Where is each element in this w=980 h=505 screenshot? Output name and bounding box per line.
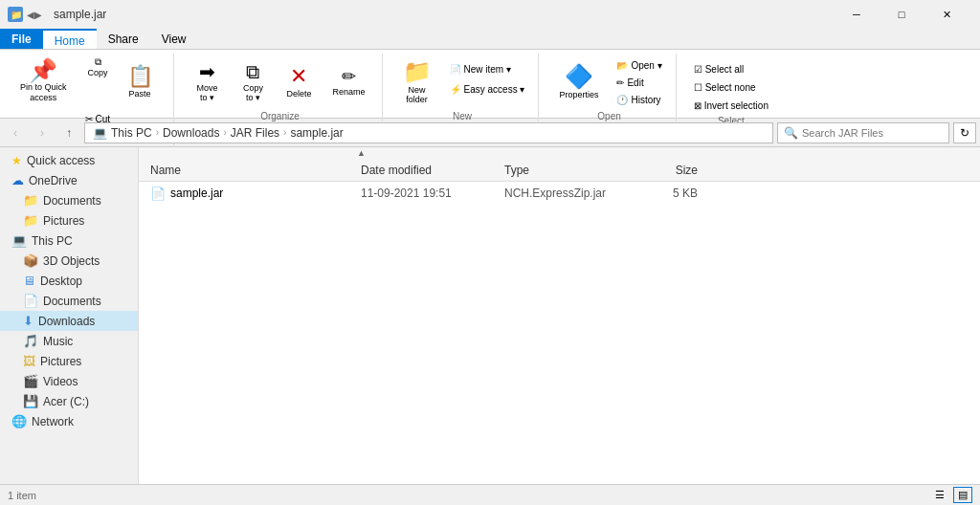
path-segment-jarfiles[interactable]: JAR Files bbox=[231, 126, 279, 140]
history-button[interactable]: 🕐 History bbox=[611, 92, 667, 108]
pin-icon: 📌 bbox=[29, 59, 57, 82]
path-segment-samplejar[interactable]: sample.jar bbox=[290, 126, 343, 140]
tab-home[interactable]: Home bbox=[43, 29, 97, 49]
status-bar: 1 item ☰ ▤ bbox=[0, 484, 980, 505]
forward-button[interactable]: › bbox=[31, 121, 54, 144]
select-none-icon: ☐ bbox=[694, 82, 702, 93]
rename-button[interactable]: ✏ Rename bbox=[323, 54, 373, 109]
ribbon-group-organize: ➡ Moveto ▾ ⧉ Copyto ▾ ✕ Delete ✏ Rename … bbox=[178, 54, 382, 121]
file-list-header: Name Date modified Type Size bbox=[139, 159, 980, 182]
maximize-button[interactable]: □ bbox=[880, 5, 924, 24]
sidebar-item-documents-pc[interactable]: 📄 Documents bbox=[0, 291, 138, 311]
onedrive-label: OneDrive bbox=[29, 174, 78, 187]
ribbon-group-open: 🔷 Properties 📂 Open ▾ ✏ Edit 🕐 History O… bbox=[543, 54, 676, 121]
organize-buttons: ➡ Moveto ▾ ⧉ Copyto ▾ ✕ Delete ✏ Rename bbox=[186, 54, 373, 109]
new-buttons: 📁 Newfolder 📄 New item ▾ ⚡ Easy access ▾ bbox=[394, 54, 531, 109]
paste-label: Paste bbox=[129, 89, 151, 99]
sidebar-item-videos[interactable]: 🎬 Videos bbox=[0, 371, 138, 391]
sidebar-item-network[interactable]: 🌐 Network bbox=[0, 411, 138, 431]
edit-icon: ✏ bbox=[616, 77, 624, 88]
col-header-size[interactable]: Size bbox=[625, 164, 702, 177]
sidebar-item-onedrive[interactable]: ☁ OneDrive bbox=[0, 170, 138, 190]
paste-icon: 📋 bbox=[127, 64, 153, 89]
open-label: Open bbox=[597, 111, 620, 121]
open-small-group: 📂 Open ▾ ✏ Edit 🕐 History bbox=[611, 54, 667, 108]
tab-share[interactable]: Share bbox=[97, 29, 150, 49]
col-header-name[interactable]: Name bbox=[146, 164, 357, 177]
paste-button[interactable]: 📋 Paste bbox=[119, 54, 162, 109]
path-segment-thispc[interactable]: This PC bbox=[111, 126, 152, 140]
drive-icon: 💾 bbox=[23, 394, 38, 408]
new-folder-button[interactable]: 📁 Newfolder bbox=[394, 54, 440, 109]
move-to-label: Moveto ▾ bbox=[196, 83, 217, 102]
pin-button[interactable]: 📌 Pin to Quickaccess bbox=[11, 54, 76, 109]
path-sep-2: › bbox=[223, 127, 226, 138]
tab-view[interactable]: View bbox=[150, 29, 198, 49]
properties-icon: 🔷 bbox=[565, 63, 593, 90]
sidebar-item-documents-od[interactable]: 📁 Documents bbox=[0, 190, 138, 210]
table-row[interactable]: 📄 sample.jar 11-09-2021 19:51 NCH.Expres… bbox=[139, 182, 980, 205]
sidebar-item-downloads[interactable]: ⬇ Downloads bbox=[0, 311, 138, 331]
title-bar-icons: 📁 ◀▶ bbox=[8, 7, 46, 22]
clipboard-small-group: ⧉ Copy 📋 Paste ✂ Cut bbox=[79, 54, 167, 162]
list-view-button[interactable]: ☰ bbox=[930, 487, 949, 503]
organize-label: Organize bbox=[260, 111, 300, 121]
clipboard-large-small: 📌 Pin to Quickaccess ⧉ Copy 📋 Paste bbox=[11, 54, 166, 162]
path-segment-downloads[interactable]: Downloads bbox=[163, 126, 219, 140]
select-none-label: Select none bbox=[705, 82, 756, 93]
search-box[interactable]: 🔍 bbox=[777, 122, 949, 143]
select-all-button[interactable]: ☑ Select all bbox=[688, 61, 774, 77]
copy-to-button[interactable]: ⧉ Copyto ▾ bbox=[232, 54, 274, 109]
edit-button[interactable]: ✏ Edit bbox=[611, 75, 667, 91]
col-header-date[interactable]: Date modified bbox=[357, 164, 501, 177]
open-buttons: 🔷 Properties 📂 Open ▾ ✏ Edit 🕐 History bbox=[550, 54, 667, 109]
cloud-icon: ☁ bbox=[11, 173, 24, 187]
new-item-button[interactable]: 📄 New item ▾ bbox=[444, 61, 531, 77]
close-button[interactable]: ✕ bbox=[924, 5, 969, 24]
address-path[interactable]: 💻 This PC › Downloads › JAR Files › samp… bbox=[84, 122, 773, 143]
copy-button[interactable]: ⧉ Copy bbox=[79, 54, 117, 80]
move-to-button[interactable]: ➡ Moveto ▾ bbox=[186, 54, 228, 109]
up-button[interactable]: ↑ bbox=[57, 121, 80, 144]
tab-file[interactable]: File bbox=[0, 29, 43, 49]
sidebar-item-desktop[interactable]: 🖥 Desktop bbox=[0, 271, 138, 291]
col-header-type[interactable]: Type bbox=[501, 164, 625, 177]
details-view-button[interactable]: ▤ bbox=[953, 487, 972, 503]
documents-od-label: Documents bbox=[43, 194, 101, 208]
refresh-button[interactable]: ↻ bbox=[953, 122, 976, 143]
delete-icon: ✕ bbox=[290, 64, 307, 89]
videos-label: Videos bbox=[43, 375, 78, 388]
file-name-cell: 📄 sample.jar bbox=[146, 187, 357, 201]
edit-label: Edit bbox=[627, 77, 643, 88]
quickaccess-label: Quick access bbox=[27, 154, 95, 167]
file-name: sample.jar bbox=[170, 187, 223, 200]
app-icon: 📁 bbox=[8, 7, 23, 22]
file-icon: 📄 bbox=[150, 187, 166, 201]
minimize-button[interactable]: ─ bbox=[835, 5, 879, 24]
videos-icon: 🎬 bbox=[23, 374, 38, 388]
back-button[interactable]: ‹ bbox=[4, 121, 27, 144]
search-input[interactable] bbox=[802, 127, 943, 139]
sidebar-item-quickaccess[interactable]: ★ Quick access bbox=[0, 151, 138, 170]
delete-button[interactable]: ✕ Delete bbox=[278, 54, 320, 109]
quick-access-icon[interactable]: ◀▶ bbox=[27, 10, 42, 20]
sidebar-item-pictures-pc[interactable]: 🖼 Pictures bbox=[0, 351, 138, 371]
sidebar-item-pictures-od[interactable]: 📁 Pictures bbox=[0, 210, 138, 231]
easy-access-button[interactable]: ⚡ Easy access ▾ bbox=[444, 81, 531, 98]
new-label: New bbox=[453, 111, 472, 121]
sidebar-item-3dobjects[interactable]: 📦 3D Objects bbox=[0, 251, 138, 271]
clipboard-buttons: 📌 Pin to Quickaccess ⧉ Copy 📋 Paste bbox=[11, 54, 166, 162]
select-none-button[interactable]: ☐ Select none bbox=[688, 79, 774, 96]
status-text: 1 item bbox=[8, 490, 36, 501]
invert-selection-button[interactable]: ⊠ Invert selection bbox=[688, 98, 774, 114]
file-type-cell: NCH.ExpressZip.jar bbox=[501, 187, 625, 200]
properties-button[interactable]: 🔷 Properties bbox=[550, 54, 607, 109]
pictures-pc-label: Pictures bbox=[40, 355, 81, 368]
sidebar-item-acer[interactable]: 💾 Acer (C:) bbox=[0, 391, 138, 411]
ribbon: 📌 Pin to Quickaccess ⧉ Copy 📋 Paste bbox=[0, 50, 980, 119]
open-button[interactable]: 📂 Open ▾ bbox=[611, 57, 667, 74]
sidebar-item-music[interactable]: 🎵 Music bbox=[0, 331, 138, 351]
path-sep-3: › bbox=[283, 127, 286, 138]
pc-sidebar-icon: 💻 bbox=[11, 233, 27, 248]
sidebar-item-thispc[interactable]: 💻 This PC bbox=[0, 231, 138, 251]
